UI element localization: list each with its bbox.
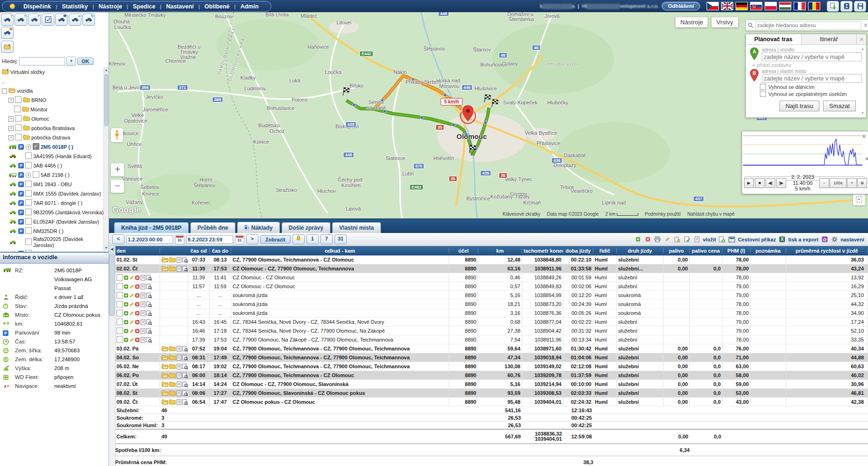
calendar-from-icon[interactable]: 31 — [175, 235, 184, 244]
waypoint-a-input[interactable] — [762, 52, 862, 61]
tree-item[interactable]: .. — [2, 77, 104, 86]
column-header[interactable]: čas do — [210, 248, 231, 254]
tab-0[interactable]: Kniha jízd - 2M5 0018P — [114, 222, 189, 233]
logbook-day-row[interactable]: 06.02. Po 06:0018:14 CZ, 77900 Olomouc, … — [115, 371, 868, 380]
tree-item[interactable]: Virtuální složky — [2, 67, 104, 77]
flag-de-icon[interactable] — [736, 2, 748, 10]
table-scrollbar[interactable]: ◀ — [109, 246, 116, 466]
tab-2[interactable]: Náklady — [237, 222, 280, 233]
stop-button[interactable]: ■ — [755, 178, 765, 188]
tree-item[interactable]: +BRNO — [2, 95, 104, 105]
logbook-trip-row[interactable]: 11:5711:59 CZ Olomouc - CZ Olomouc 88900… — [115, 282, 868, 291]
tree-expander-icon[interactable]: + — [8, 126, 14, 131]
prev-period-button[interactable]: < — [112, 234, 124, 244]
tree-item[interactable]: P6M1 2843 - OBU — [2, 180, 104, 189]
insert-document-icon[interactable] — [718, 236, 726, 243]
map-attribution-link[interactable]: Klávesové zkratky — [503, 211, 540, 217]
tree-expander-icon[interactable]: + — [8, 98, 14, 103]
quick-range-7-button[interactable]: 7 — [321, 234, 333, 244]
logbook-trip-row[interactable]: 16:4617:18 CZ, 78344 Senička, Nové Dvory… — [115, 327, 868, 335]
logbook-day-row[interactable]: 09.02. Čt 06:5417:47 CZ Olomouc pokus - … — [115, 398, 868, 407]
key-permissions-icon[interactable] — [673, 236, 681, 243]
tab-4[interactable]: Vlastní místa — [332, 222, 381, 233]
lock-button[interactable] — [292, 234, 305, 244]
menu-item-0[interactable]: Dispečink — [19, 3, 56, 10]
tab-1[interactable]: Průběh dne — [190, 222, 235, 233]
insert-label[interactable]: vložit — [703, 237, 716, 242]
logbook-day-row[interactable]: 07.02. Út 14:1414:24 CZ Olomouc - CZ, 77… — [115, 380, 868, 389]
sidebar-scrollbar[interactable]: ▲ ▼ — [103, 67, 109, 251]
tree-item[interactable]: P6MX 1555 (Davídek Jaroslav) — [2, 189, 104, 198]
gear-icon[interactable] — [831, 236, 838, 243]
excel-icon[interactable]: X — [778, 236, 786, 243]
tree-checkbox[interactable] — [14, 106, 21, 114]
travel-order-icon[interactable] — [728, 236, 736, 243]
speed-minus-button[interactable]: − — [819, 178, 829, 188]
tree-item[interactable]: Monitor — [2, 105, 104, 114]
column-header[interactable]: řidič — [593, 248, 617, 254]
tab-route-planner[interactable]: Plánovač tras — [746, 34, 801, 44]
tree-checkbox[interactable] — [25, 153, 32, 160]
speed-multiplier[interactable]: 100x — [830, 178, 846, 188]
show-button[interactable]: Zobrazit — [260, 235, 291, 244]
menu-item-3[interactable]: Spedice — [128, 3, 160, 10]
car-status-icon[interactable]: + — [69, 14, 81, 26]
waypoint-b-input[interactable] — [762, 74, 862, 83]
tree-checkbox[interactable] — [25, 209, 32, 217]
column-header[interactable]: průměrná rychlost v jízdě — [786, 248, 868, 254]
next-period-button[interactable]: > — [246, 234, 258, 244]
quick-range-1-button[interactable]: 1 — [306, 234, 319, 244]
folder-star-icon[interactable] — [1, 41, 14, 53]
map-canvas[interactable]: 5 km/h DlouháLoučkaMěstečko TrnávkyBouzo… — [109, 12, 868, 218]
avoid-highways-option[interactable]: Vyhnout se dálnicím — [746, 83, 866, 90]
column-header[interactable]: palivo — [664, 248, 690, 254]
scroll-down-icon[interactable]: ▼ — [104, 245, 109, 251]
tasks-checkbox-icon[interactable] — [42, 14, 54, 26]
avoid-toll-checkbox[interactable] — [760, 91, 766, 97]
column-header[interactable]: palivo cena — [690, 248, 722, 254]
flag-sk-icon[interactable] — [750, 2, 762, 10]
tree-checkbox[interactable] — [25, 162, 32, 170]
map-attribution-link[interactable]: Podmínky použití — [645, 211, 681, 217]
search-clear-icon[interactable]: ✕ — [863, 22, 868, 29]
confirm-document-icon[interactable] — [683, 236, 691, 243]
calendar-to-icon[interactable]: 31 — [235, 235, 244, 244]
scroll-up-icon[interactable]: ▲ — [104, 67, 109, 73]
logbook-trip-row[interactable]: ...... soukromá jízda 88903,161038876,36… — [115, 309, 868, 318]
column-header[interactable]: účel — [449, 248, 478, 254]
column-header[interactable]: tachometr konec — [522, 248, 563, 254]
planner-scroll-up-icon[interactable]: ▲ — [861, 46, 865, 51]
avoid-highways-checkbox[interactable] — [760, 84, 766, 90]
logbook-trip-row[interactable]: 16:4316:45 CZ, 78344 Senička, Nové Dvory… — [115, 318, 868, 327]
tree-item[interactable]: P7AR 6071 - dongle ( ) — [2, 198, 104, 208]
new-document-icon[interactable] — [693, 236, 700, 243]
tree-item[interactable]: +pobočka Bratislava — [2, 124, 104, 133]
logbook-day-row[interactable]: 05.02. Ne 08:1719:02 CZ, 77900 Olomouc, … — [115, 362, 868, 371]
flag-fr-icon[interactable] — [794, 2, 806, 10]
logbook-day-row[interactable]: 03.02. Pá 07:5219:04 CZ, 77900 Olomouc, … — [115, 344, 868, 353]
menu-item-2[interactable]: Nástroje — [94, 3, 127, 10]
logbook-day-row[interactable]: 01.02. St 07:3308:13 CZ, 77900 Olomouc, … — [115, 255, 868, 264]
column-header[interactable]: PHM (l) — [722, 248, 751, 254]
zoom-in-button[interactable]: + — [111, 163, 124, 176]
flag-gb-icon[interactable] — [721, 2, 733, 10]
map-mode-icon[interactable] — [853, 193, 865, 205]
column-header[interactable]: den — [115, 248, 160, 254]
tree-item[interactable]: -vozidla — [2, 86, 104, 95]
search-ok-button[interactable]: OK — [77, 58, 94, 65]
add-record-icon[interactable] — [634, 236, 642, 243]
tree-expander-icon[interactable]: + — [8, 135, 14, 140]
remove-record-icon[interactable] — [644, 236, 651, 243]
car-report-icon[interactable]: ? — [28, 14, 41, 26]
tab-3[interactable]: Došlé zprávy — [282, 222, 330, 233]
tree-checkbox[interactable] — [25, 190, 32, 198]
column-header[interactable]: čas od — [188, 248, 210, 254]
tree-checkbox[interactable] — [15, 96, 22, 104]
find-route-button[interactable]: Najít trasu — [780, 101, 819, 111]
column-header[interactable]: odkud - kam — [231, 248, 449, 254]
step-back-button[interactable]: ◀| — [766, 178, 775, 188]
column-header[interactable]: poznámka — [751, 248, 786, 254]
clear-route-button[interactable]: Smazat — [823, 101, 856, 111]
tree-expander-icon[interactable]: + — [8, 116, 14, 122]
tree-item[interactable]: +pobočka Ostrava — [2, 133, 104, 142]
